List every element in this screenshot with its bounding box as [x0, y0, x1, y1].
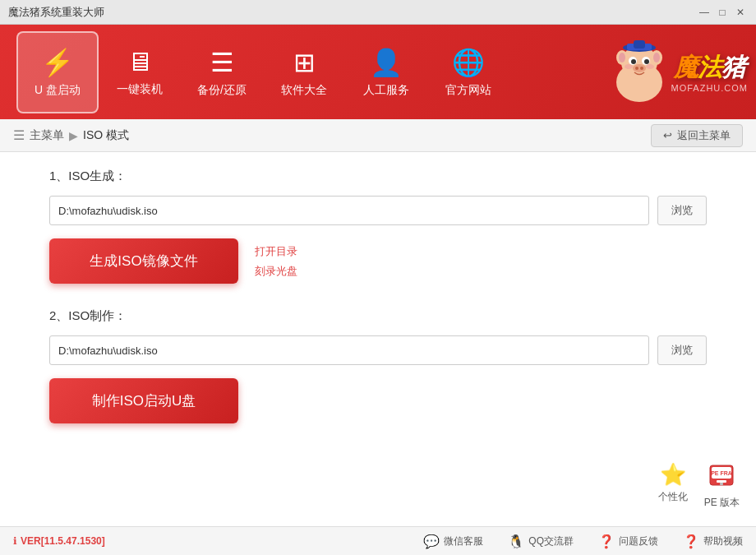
qq-group[interactable]: 🐧 QQ交流群: [508, 534, 574, 549]
backup-icon: ☰: [210, 47, 234, 78]
nav-website[interactable]: 🌐 官方网站: [427, 31, 509, 113]
minimize-button[interactable]: —: [697, 5, 712, 20]
nav-website-label: 官方网站: [445, 83, 491, 98]
wechat-service[interactable]: 💬 微信客服: [423, 534, 483, 549]
svg-point-8: [644, 59, 649, 64]
svg-point-17: [646, 64, 654, 69]
nav-service-label: 人工服务: [363, 83, 409, 98]
titlebar: 魔法猪系统重装大师 — □ ✕: [0, 0, 756, 25]
feedback-icon: ❓: [598, 534, 615, 549]
iso-create-section: 2、ISO制作： 浏览 制作ISO启动U盘: [49, 308, 707, 423]
mascot-svg: [611, 39, 668, 105]
section1-browse-button[interactable]: 浏览: [657, 196, 707, 225]
personalize-label: 个性化: [658, 490, 688, 504]
help-icon: ❓: [683, 534, 699, 549]
info-icon: ℹ: [13, 535, 17, 547]
feedback[interactable]: ❓ 问题反馈: [598, 534, 658, 549]
logo-main-text: 魔法猪: [674, 51, 745, 85]
svg-rect-4: [634, 40, 645, 49]
qq-label: QQ交流群: [528, 534, 574, 548]
iso-generate-section: 1、ISO生成： 浏览 生成ISO镜像文件 打开目录 刻录光盘: [49, 169, 707, 284]
nav-backup-label: 备份/还原: [197, 83, 247, 98]
side-tools: ⭐ 个性化 PE FRA PE 版本: [658, 462, 740, 510]
breadcrumb-home[interactable]: 主菜单: [30, 128, 64, 143]
nav-usb-boot[interactable]: ⚡ U 盘启动: [16, 31, 99, 113]
header: ⚡ U 盘启动 🖥 一键装机 ☰ 备份/还原 ⊞ 软件大全 👤 人工服务 🌐 官…: [0, 25, 756, 119]
feedback-label: 问题反馈: [619, 534, 658, 548]
breadcrumb-separator: ▶: [69, 129, 78, 142]
nav-backup[interactable]: ☰ 备份/还原: [181, 31, 263, 113]
close-button[interactable]: ✕: [733, 5, 748, 20]
nav-service[interactable]: 👤 人工服务: [345, 31, 427, 113]
section2-action-row: 制作ISO启动U盘: [49, 378, 707, 423]
svg-point-11: [640, 67, 643, 70]
app-title: 魔法猪系统重装大师: [8, 5, 697, 20]
personalize-icon: ⭐: [660, 462, 686, 488]
logo-text-area: 魔法猪 MOFAZHU.COM: [671, 51, 749, 93]
pe-version-label: PE 版本: [704, 496, 740, 510]
pe-version-icon: PE FRA: [708, 462, 735, 493]
service-icon: 👤: [370, 47, 403, 78]
section1-action-row: 生成ISO镜像文件 打开目录 刻录光盘: [49, 238, 707, 284]
breadcrumb-bar: ☰ 主菜单 ▶ ISO 模式 ↩ 返回主菜单: [0, 119, 756, 152]
window-controls: — □ ✕: [697, 5, 748, 20]
svg-point-10: [635, 67, 638, 70]
personalize-tool[interactable]: ⭐ 个性化: [658, 462, 688, 510]
pe-version-tool[interactable]: PE FRA PE 版本: [704, 462, 740, 510]
section2-input-row: 浏览: [49, 335, 707, 365]
back-label: 返回主菜单: [677, 128, 731, 143]
section2-browse-button[interactable]: 浏览: [657, 335, 707, 365]
svg-point-13: [619, 53, 625, 62]
svg-point-16: [625, 64, 633, 69]
nav-oneclick-label: 一键装机: [117, 82, 163, 97]
breadcrumb: ☰ 主菜单 ▶ ISO 模式: [13, 127, 129, 143]
section1-input-row: 浏览: [49, 196, 707, 225]
usb-icon: ⚡: [41, 47, 74, 78]
help-video[interactable]: ❓ 帮助视频: [683, 534, 743, 549]
section1-side-links: 打开目录 刻录光盘: [255, 244, 297, 279]
main-content: 1、ISO生成： 浏览 生成ISO镜像文件 打开目录 刻录光盘 2、ISO制作：…: [0, 152, 756, 526]
section1-path-input[interactable]: [49, 196, 649, 225]
help-label: 帮助视频: [703, 534, 743, 548]
logo-area: 魔法猪 MOFAZHU.COM: [611, 39, 749, 105]
nav-software[interactable]: ⊞ 软件大全: [263, 31, 345, 113]
pe-icon-svg: PE FRA: [708, 462, 735, 488]
svg-point-15: [653, 53, 660, 62]
qq-icon: 🐧: [508, 534, 524, 549]
svg-rect-21: [717, 480, 726, 483]
make-iso-usb-button[interactable]: 制作ISO启动U盘: [49, 378, 238, 423]
logo-domain: MOFAZHU.COM: [671, 83, 749, 93]
svg-point-9: [633, 64, 646, 72]
back-icon: ↩: [663, 129, 672, 141]
nav-one-click[interactable]: 🖥 一键装机: [99, 31, 181, 113]
wechat-icon: 💬: [423, 534, 440, 549]
back-to-main-button[interactable]: ↩ 返回主菜单: [651, 124, 743, 147]
software-icon: ⊞: [293, 47, 316, 78]
burn-disc-link[interactable]: 刻录光盘: [255, 264, 297, 279]
section2-title: 2、ISO制作：: [49, 308, 707, 324]
nav-usb-label: U 盘启动: [35, 83, 81, 98]
nav-software-label: 软件大全: [281, 83, 327, 98]
generate-iso-button[interactable]: 生成ISO镜像文件: [49, 238, 238, 284]
wechat-label: 微信客服: [444, 534, 483, 548]
website-icon: 🌐: [452, 47, 485, 78]
status-items: 💬 微信客服 🐧 QQ交流群 ❓ 问题反馈 ❓ 帮助视频: [423, 534, 743, 549]
svg-rect-22: [720, 483, 723, 485]
version-label: VER[11.5.47.1530]: [21, 535, 105, 547]
svg-text:PE FRA: PE FRA: [711, 470, 732, 476]
open-dir-link[interactable]: 打开目录: [255, 244, 297, 259]
section2-path-input[interactable]: [49, 335, 649, 365]
maximize-button[interactable]: □: [715, 5, 730, 20]
statusbar: ℹ VER[11.5.47.1530] 💬 微信客服 🐧 QQ交流群 ❓ 问题反…: [0, 526, 756, 555]
breadcrumb-current: ISO 模式: [83, 128, 129, 143]
svg-point-7: [631, 59, 636, 64]
install-icon: 🖥: [127, 47, 153, 77]
section1-title: 1、ISO生成：: [49, 169, 707, 184]
